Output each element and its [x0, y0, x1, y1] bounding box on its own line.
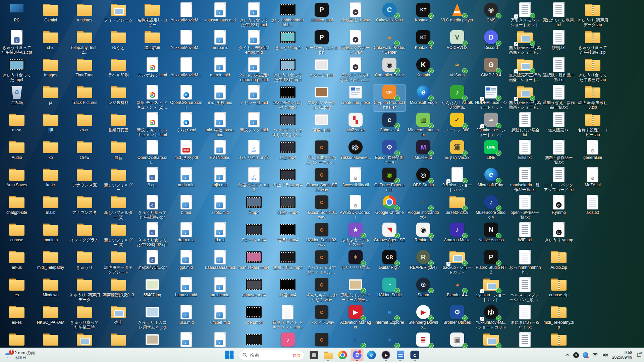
desktop-icon[interactable]: 調声練習(失敗)_3.zip: [577, 84, 609, 111]
desktop-icon[interactable]: TimeTune: [68, 57, 101, 84]
desktop-icon[interactable]: ◎✓OBS Studio: [407, 167, 439, 194]
desktop-icon[interactable]: chatgpt-site: [1, 194, 33, 221]
desktop-icon[interactable]: PC: [1, 2, 33, 29]
desktop-icon[interactable]: c✓Cubase 14: [373, 112, 406, 139]
desktop-icon[interactable]: 筆✓筆まめ Ver.28: [441, 139, 473, 166]
desktop-icon[interactable]: c9.cpr: [136, 167, 168, 194]
desktop-icon[interactable]: ⚙general.ini: [577, 139, 609, 166]
desktop-icon[interactable]: Pおーばーまにあ.ppsf: [306, 29, 338, 56]
desktop-icon[interactable]: Mixdown: [35, 277, 67, 304]
desktop-icon[interactable]: 無題.mp4: [272, 277, 304, 304]
desktop-icon[interactable]: ✓↗万引きメモ.txt - ショートカット: [509, 2, 541, 29]
desktop-icon[interactable]: OpenCvSharp.dll...: [136, 139, 168, 166]
desktop-icon[interactable]: きゅうり食ってた午後三時: [68, 304, 101, 331]
clock[interactable]: 9:58 2025/09/09: [612, 350, 632, 360]
desktop-icon[interactable]: midi_Telepathy.zip: [543, 304, 575, 331]
desktop-icon[interactable]: 死にたい_ゅ歌詞.txt: [543, 2, 575, 29]
desktop-icon[interactable]: 名称未設定1 - コピー: [136, 2, 168, 29]
desktop-icon[interactable]: ♪aorin.mid: [170, 167, 202, 194]
desktop-icon[interactable]: ♪td.mid: [204, 222, 236, 249]
desktop-icon[interactable]: cきゅうり食ってた午後3時-01.cpr: [1, 29, 33, 56]
desktop-icon[interactable]: F.mp4: [238, 194, 270, 221]
desktop-icon[interactable]: eOpenCvSharp.xml: [170, 84, 202, 111]
desktop-icon[interactable]: ✓Google Chrome: [373, 194, 406, 221]
desktop-icon[interactable]: cubase.zip: [543, 277, 575, 304]
desktop-icon[interactable]: レジ袋有料: [102, 84, 135, 111]
desktop-icon[interactable]: Images: [35, 57, 67, 84]
file-explorer-button[interactable]: [322, 349, 335, 361]
desktop-icon[interactable]: ◉✓GeForce Experience: [373, 167, 406, 194]
show-desktop-button[interactable]: [643, 351, 644, 359]
desktop-icon[interactable]: ✓孤独なインディーゲーム開発者の一生 ...: [339, 277, 372, 304]
desktop-icon[interactable]: 新規 テキスト ドキュメント (2).html: [136, 84, 168, 111]
desktop-icon[interactable]: midi_Telepathy: [35, 249, 67, 276]
desktop-icon[interactable]: createdump.exe: [339, 84, 372, 111]
desktop-icon[interactable]: _起動しない場合.txt: [509, 112, 541, 139]
cubase-button[interactable]: c: [409, 349, 421, 361]
desktop-icon[interactable]: ✓↗backup - ショートカット: [441, 249, 473, 276]
desktop-icon[interactable]: おっ hhhhhhhhhhh...: [509, 249, 541, 276]
desktop-icon[interactable]: ✓↗syasinn - ショートカット: [475, 277, 507, 304]
desktop-icon[interactable]: 羽尻へ.mp4: [272, 194, 304, 221]
desktop-icon[interactable]: C✓Cakewalk Next: [373, 2, 406, 29]
desktop-icon[interactable]: きゅうり: [68, 249, 101, 276]
desktop-icon[interactable]: ▶✓Activation Manager: [339, 304, 372, 331]
desktop-icon[interactable]: WIFI.txt: [509, 222, 541, 249]
desktop-icon[interactable]: en-us: [1, 249, 33, 276]
desktop-icon[interactable]: ♪✓かんたん！AITalk 3 関西風: [441, 84, 473, 111]
desktop-icon[interactable]: ♪MP3無題のスコア.mp3: [238, 167, 270, 194]
desktop-icon[interactable]: Audio: [1, 139, 33, 166]
desktop-icon[interactable]: ♪mid_学校.mid: [204, 84, 236, 111]
network-button[interactable]: [592, 353, 598, 358]
desktop-icon[interactable]: ♪meroin.mid: [204, 57, 236, 84]
desktop-icon[interactable]: ♪mid_学校 muse.mid: [204, 112, 236, 139]
desktop-icon[interactable]: maniuta: [35, 222, 67, 249]
desktop-icon[interactable]: ♪umibe.mid: [204, 277, 236, 304]
desktop-icon[interactable]: e✓Microsoft Edge: [475, 167, 507, 194]
desktop-icon[interactable]: es-es: [1, 304, 33, 331]
desktop-icon[interactable]: ▦✓Minecraft Launcher: [407, 112, 439, 139]
desktop-icon[interactable]: おっ hhhhhhhhhhhhh...: [272, 2, 304, 29]
desktop-icon[interactable]: プレゼンテーション1.png: [306, 84, 338, 111]
desktop-icon[interactable]: ✓↗無人販売不正行為動画 - ショートカット: [509, 84, 541, 111]
desktop-icon[interactable]: 最新: [102, 139, 135, 166]
desktop-icon[interactable]: akis.txt: [577, 194, 609, 221]
desktop-icon[interactable]: ♪✓MuseScore Studio 4: [475, 194, 507, 221]
desktop-icon[interactable]: ✓airset2-2019: [441, 194, 473, 221]
desktop-icon[interactable]: cHALion Sonic 01.wav: [306, 194, 338, 221]
tray-globe-app[interactable]: [583, 352, 588, 358]
desktop-icon[interactable]: ゆYukkuriMovieM...: [339, 139, 372, 166]
desktop-icon[interactable]: ⚙AWSSDK.Core.dll: [339, 194, 372, 221]
desktop-icon[interactable]: きゅうり_調声用データ.zip: [577, 2, 609, 29]
desktop-icon[interactable]: ⚙Accessibility.dll: [339, 167, 372, 194]
desktop-icon[interactable]: sfz✓Plogue sforzando x64: [407, 194, 439, 221]
desktop-icon[interactable]: 調声用データテンプレート: [102, 249, 135, 276]
desktop-icon[interactable]: ✓↗HDDFMT.exe - ショートカット: [475, 84, 507, 111]
desktop-icon[interactable]: フォトフレーム: [102, 2, 135, 29]
desktop-icon[interactable]: manisekarin.mp4: [238, 249, 270, 276]
desktop-icon[interactable]: cずんだもん_しおかぜふ.wav: [306, 277, 338, 304]
desktop-icon[interactable]: 名称未設定1 - コピー.zip: [577, 112, 609, 139]
desktop-icon[interactable]: YukkuriMovieM...: [170, 29, 202, 56]
desktop-icon[interactable]: cGroove Agent SE 01.wav: [306, 167, 338, 194]
desktop-icon[interactable]: GR✓Guitar Rig 7: [373, 249, 406, 276]
desktop-icon[interactable]: 選択肢 - 親作品一覧.txt: [543, 57, 575, 84]
desktop-icon[interactable]: NKSC_PARAM: [35, 304, 67, 331]
desktop-icon[interactable]: YukkuriMovieM...: [170, 57, 202, 84]
desktop-icon[interactable]: ♪きゅうり食ってた午後3時.mid: [238, 2, 270, 29]
desktop-icon[interactable]: ar-sa: [1, 112, 33, 139]
desktop-icon[interactable]: 調声練習(失敗)_3: [102, 277, 135, 304]
desktop-icon[interactable]: D✓Discord: [475, 29, 507, 56]
discord-button[interactable]: D: [351, 349, 364, 361]
desktop-icon[interactable]: ◔✓HALion Sonic: [373, 277, 406, 304]
desktop-icon[interactable]: ゆ✓↗YukkuriMovieM... - ショートカット: [475, 304, 507, 331]
desktop-icon[interactable]: ⚙✓Epson 接続診断ツール: [373, 139, 406, 166]
desktop-icon[interactable]: きゅうり_調声用データ: [68, 277, 101, 304]
desktop-icon[interactable]: manisekarin - 親作品一覧.txt: [509, 167, 541, 194]
desktop-icon[interactable]: アナウンス夏: [68, 167, 101, 194]
desktop-icon[interactable]: 新しいフォルダー: [102, 167, 135, 194]
desktop-icon[interactable]: ⊙✓Steam: [407, 277, 439, 304]
desktop-icon[interactable]: きゅうり.mp4: [272, 29, 304, 56]
chrome-button[interactable]: [336, 349, 349, 361]
desktop-icon[interactable]: cきゅうり食ってた午後3時.cpr: [136, 194, 168, 221]
